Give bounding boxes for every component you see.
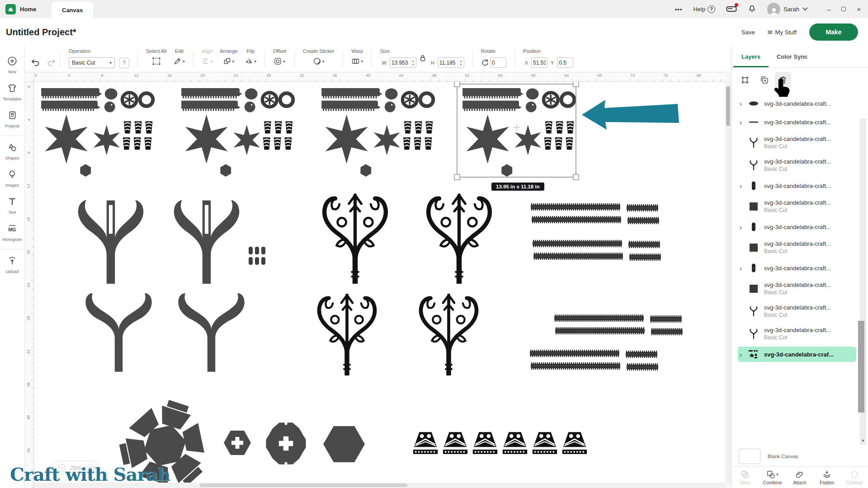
canvas-shape-hex-cross[interactable] [224,431,251,455]
layer-action-button[interactable]: ▾ Flatten [813,467,840,488]
create-sticker-button[interactable]: Create Sticker ▾ [299,46,338,72]
canvas-shape-peg-dots[interactable] [249,247,265,265]
minimize-button[interactable]: – [827,5,830,13]
height-stepper[interactable]: ▲▼ [438,57,464,68]
layers-scrollbar[interactable] [860,118,866,445]
more-menu-icon[interactable]: ••• [675,6,683,13]
my-stuff-button[interactable]: ✉ My Stuff [768,29,797,36]
tab-layers[interactable]: Layers [733,46,769,67]
selection-handle-se[interactable] [573,174,579,180]
canvas-shape-kit-3[interactable] [321,88,433,177]
canvas-shape-kit-4-selected[interactable] [462,88,574,177]
canvas-shape-arm-filigree-2[interactable] [429,195,490,283]
operation-select[interactable]: Basic Cut ▾ [69,57,115,68]
rotate-icon[interactable] [481,59,489,66]
blank-canvas-row[interactable]: Blank Canvas [731,446,868,466]
canvas-shape-hex-flower[interactable] [266,422,306,465]
canvas-shape-rod-cluster-3[interactable] [554,316,683,334]
select-all-button[interactable]: Select All [142,46,170,72]
canvas-shape-rod-cluster-4[interactable] [530,351,658,370]
layer-row[interactable]: › svg-3d-candelabra-craft... [738,96,856,111]
undo-icon[interactable] [31,58,40,68]
canvas-shape-rod-cluster-1[interactable] [531,205,659,223]
tab-home[interactable]: Home [20,6,36,13]
flip-button[interactable]: Flip ▾ [241,46,260,72]
selection-handle-ne[interactable] [573,82,579,87]
canvas-shape-horn-filigree-2[interactable] [421,295,476,375]
design-canvas[interactable]: 13.95 in x 11.18 in − 25% + [34,82,725,488]
user-menu[interactable]: Sarah [767,3,808,16]
layer-action-button[interactable]: ▾ Combine [759,467,786,488]
save-button[interactable]: Save [741,29,755,36]
warp-button[interactable]: Warp ▾ [348,46,367,72]
tab-color-sync[interactable]: Color Sync [769,46,816,67]
chevron-right-icon[interactable]: › [740,100,747,108]
width-input[interactable] [390,60,410,66]
canvas-shape-arm-smooth-1[interactable] [78,200,144,284]
rotate-input[interactable] [491,60,506,66]
canvas-shape-kit-2[interactable] [181,88,293,177]
canvas-shape-horn-smooth-1[interactable] [85,293,151,372]
canv-shape-shade-row[interactable] [413,432,587,454]
redo-icon[interactable] [47,58,56,68]
group-button[interactable] [737,72,753,88]
make-button[interactable]: Make [809,23,858,41]
y-field[interactable] [557,57,573,68]
layer-row[interactable]: › svg-3d-candelabra-craft... Basic Cut [738,155,856,175]
bell-icon[interactable] [748,4,756,14]
sidebar-item[interactable]: MG Images [0,165,24,192]
chevron-right-icon[interactable]: › [740,118,747,126]
canvas-shape-hexagon[interactable] [323,426,365,462]
layer-row[interactable]: › svg-3d-candelabra-craft... Basic Cut [738,301,856,321]
sidebar-item[interactable]: MG Projects [0,106,24,133]
rotate-field[interactable] [490,57,506,68]
layer-row[interactable]: › svg-3d-candelabra-craft... Basic Cut [738,238,856,257]
scrollbar-thumb[interactable] [726,86,730,126]
x-field[interactable] [531,57,547,68]
chevron-right-icon[interactable]: › [740,182,747,190]
scrollbar-thumb[interactable] [858,321,864,412]
canvas-shape-arm-filigree-1[interactable] [325,195,386,283]
chevron-right-icon[interactable]: › [740,264,747,272]
maximize-button[interactable] [841,7,846,11]
lock-icon[interactable] [420,55,426,63]
x-input[interactable] [532,60,547,66]
duplicate-button[interactable] [756,72,772,88]
help-button[interactable]: Help ? [693,5,715,13]
blank-canvas-swatch[interactable] [739,449,760,464]
canvas-vertical-scrollbar[interactable] [725,82,731,483]
layer-row[interactable]: › svg-3d-candelabra-craft... [738,178,856,193]
height-input[interactable] [438,60,458,66]
canvas-shape-horn-filigree-1[interactable] [319,295,375,375]
scroll-down-icon[interactable]: ▼ [860,439,866,443]
layer-action-button[interactable]: ▾ Attach [786,467,813,488]
chevron-right-icon[interactable]: › [740,223,747,231]
offset-button[interactable]: Offset ▾ [269,46,290,72]
sidebar-item[interactable]: MG Templates [0,79,24,106]
machine-status-icon[interactable] [726,5,737,13]
layer-row[interactable]: › svg-3d-candelabra-craft... [738,260,856,276]
canvas-shape-rod-cluster-2[interactable] [533,241,661,260]
layer-row[interactable]: › svg-3d-candelabra-craft... Basic Cut [738,324,856,343]
selection-handle-nw[interactable] [454,82,460,87]
layer-row[interactable]: › svg-3d-candelabra-craf... [738,347,856,362]
y-input[interactable] [557,60,573,66]
layer-row[interactable]: › svg-3d-candelabra-craft... Basic Cut [738,197,856,216]
selection-handle-sw[interactable] [454,174,460,180]
width-stepper[interactable]: ▲▼ [390,57,416,68]
sidebar-item[interactable]: MG New [0,52,24,79]
layer-row[interactable]: › svg-3d-candelabra-craft... Basic Cut [738,133,856,152]
arrange-button[interactable]: Arrange ▾ [216,46,241,72]
canvas-shape-arm-smooth-2[interactable] [174,200,240,284]
sidebar-item[interactable]: MG Monogram [0,219,24,246]
layer-row[interactable]: › svg-3d-candelabra-craft... [738,219,856,235]
layer-action-button[interactable]: ▾ Contour [841,467,868,488]
sidebar-item[interactable]: MG Shapes [0,136,24,165]
layer-row[interactable]: › svg-3d-candelabra-craft... [738,114,856,130]
chevron-right-icon[interactable]: › [740,351,747,358]
edit-button[interactable]: Edit ▾ [170,46,189,72]
tab-canvas[interactable]: Canvas [52,2,93,18]
scrollbar-thumb[interactable] [200,483,407,487]
layer-action-button[interactable]: ▾ Slice [731,467,759,488]
canvas-shape-kit-1[interactable] [41,88,153,177]
